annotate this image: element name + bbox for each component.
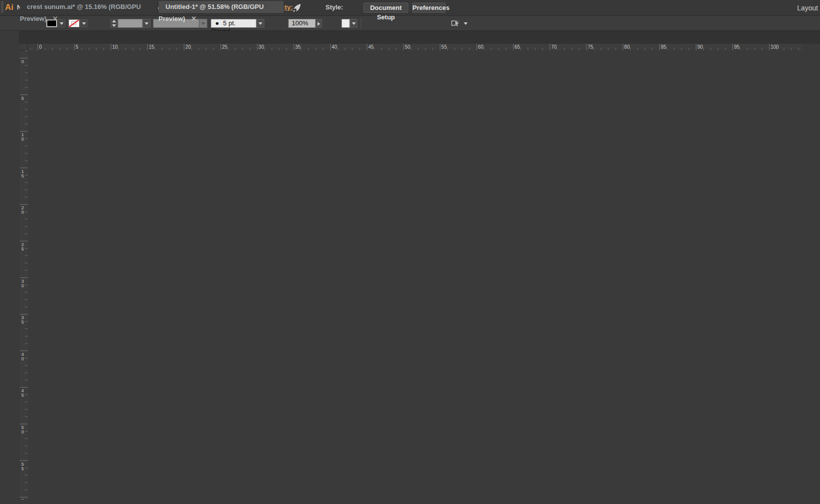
svg-text:30: 30: [258, 44, 264, 50]
svg-text:50: 50: [405, 44, 411, 50]
svg-text:60: 60: [478, 44, 484, 50]
svg-text:15: 15: [149, 44, 155, 50]
svg-text:5: 5: [21, 173, 24, 178]
svg-text:80: 80: [624, 44, 630, 50]
svg-text:0: 0: [21, 210, 24, 215]
svg-text:55: 55: [441, 44, 447, 50]
svg-text:0: 0: [21, 283, 24, 288]
svg-text:85: 85: [661, 44, 667, 50]
svg-text:0: 0: [21, 137, 24, 142]
svg-text:0: 0: [21, 59, 24, 64]
svg-text:90: 90: [697, 44, 703, 50]
svg-text:35: 35: [295, 44, 301, 50]
svg-text:0: 0: [21, 429, 24, 434]
svg-text:20: 20: [185, 44, 191, 50]
svg-text:0: 0: [39, 44, 42, 50]
svg-text:6: 6: [21, 498, 24, 500]
svg-text:100: 100: [771, 44, 779, 50]
svg-text:70: 70: [551, 44, 557, 50]
svg-text:65: 65: [514, 44, 520, 50]
svg-text:5: 5: [21, 393, 24, 398]
svg-text:5: 5: [21, 466, 24, 471]
svg-text:25: 25: [222, 44, 228, 50]
svg-text:45: 45: [368, 44, 374, 50]
svg-text:75: 75: [588, 44, 594, 50]
svg-text:10: 10: [112, 44, 118, 50]
svg-text:5: 5: [21, 247, 24, 252]
svg-text:5: 5: [76, 44, 79, 50]
svg-text:5: 5: [21, 96, 24, 101]
svg-text:5: 5: [21, 320, 24, 325]
svg-text:0: 0: [21, 356, 24, 361]
svg-text:40: 40: [331, 44, 337, 50]
svg-text:95: 95: [734, 44, 740, 50]
